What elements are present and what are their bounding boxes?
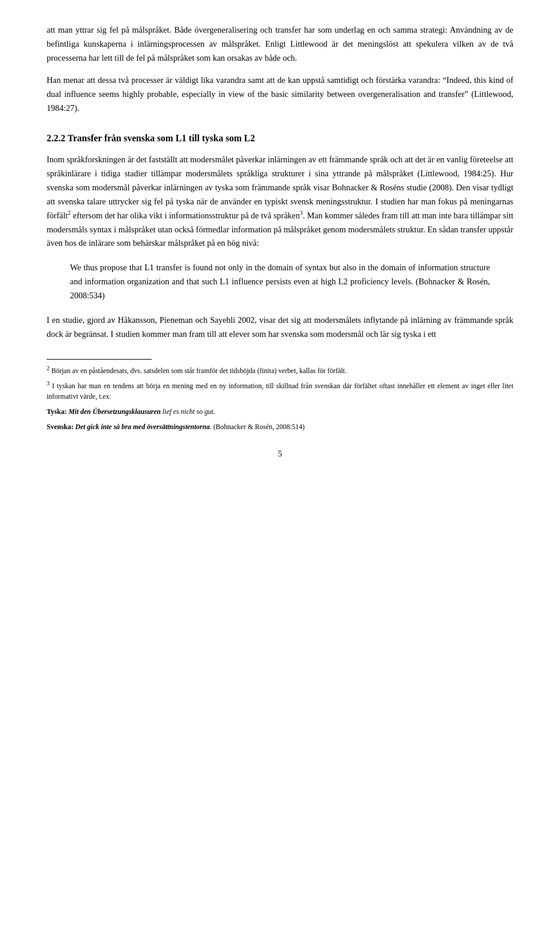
footnote-3-tyska-sentence: Mit den Übersetzungsklausuren bbox=[68, 407, 160, 416]
footnote-2: 2 Början av en påståendesats, dvs. satsd… bbox=[47, 365, 513, 376]
paragraph-4-text: I en studie, gjord av Håkansson, Pienema… bbox=[47, 315, 513, 339]
paragraph-2-text: Han menar att dessa två processer är väl… bbox=[47, 75, 513, 113]
footnote-2-text: Början av en påståendesats, dvs. satsdel… bbox=[50, 367, 346, 375]
page-number: 5 bbox=[278, 450, 282, 458]
paragraph-1-text: att man yttrar sig fel på målspråket. Bå… bbox=[47, 25, 513, 62]
footnote-3-svenska-rest: . (Bohnacker & Rosén, 2008:514) bbox=[210, 423, 305, 431]
footnote-3-tyska-label: Tyska: bbox=[47, 407, 68, 416]
page-container: att man yttrar sig fel på målspråket. Bå… bbox=[0, 0, 560, 944]
footnote-3: 3 I tyskan har man en tendens att börja … bbox=[47, 381, 513, 402]
footnote-divider bbox=[47, 359, 152, 360]
quote-text: We thus propose that L1 transfer is foun… bbox=[70, 263, 490, 300]
footnote-3-svenska-sentence: Det gick inte så bra med översättningste… bbox=[75, 423, 210, 431]
page-number-container: 5 bbox=[47, 450, 513, 459]
paragraph-4: I en studie, gjord av Håkansson, Pienema… bbox=[47, 313, 513, 342]
block-quote: We thus propose that L1 transfer is foun… bbox=[70, 261, 490, 303]
section-heading-text: 2.2.2 Transfer från svenska som L1 till … bbox=[47, 133, 255, 143]
paragraph-3: Inom språkforskningen är det fastställt … bbox=[47, 153, 513, 250]
paragraph-3-cont: eftersom det har olika vikt i informatio… bbox=[71, 211, 300, 220]
footnote-3-svenska-label: Svenska: bbox=[47, 423, 75, 431]
paragraph-2: Han menar att dessa två processer är väl… bbox=[47, 74, 513, 116]
section-heading-222: 2.2.2 Transfer från svenska som L1 till … bbox=[47, 132, 513, 145]
footnote-3-tyska-rest: lief es nicht so gut. bbox=[161, 407, 215, 416]
footnote-3-svenska: Svenska: Det gick inte så bra med översä… bbox=[47, 422, 513, 432]
footnote-3-tyska: Tyska: Mit den Übersetzungsklausuren lie… bbox=[47, 406, 513, 417]
paragraph-1: att man yttrar sig fel på målspråket. Bå… bbox=[47, 23, 513, 65]
footnote-3-text: I tyskan har man en tendens att börja en… bbox=[47, 382, 513, 400]
